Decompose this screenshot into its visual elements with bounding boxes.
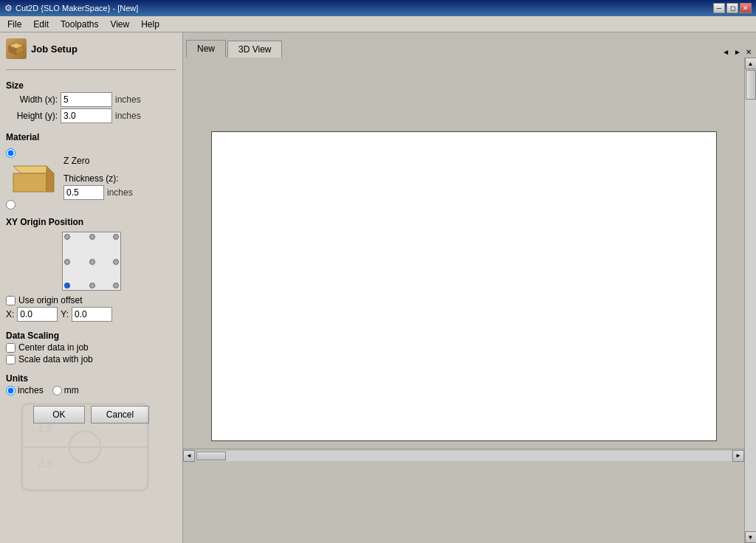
tab-arrow-left[interactable]: ◄ <box>721 46 731 58</box>
x-label: X: <box>6 309 14 319</box>
close-button[interactable]: ✕ <box>740 3 752 13</box>
width-input[interactable] <box>61 92 112 107</box>
svg-marker-6 <box>47 166 54 192</box>
xy-dot-tl[interactable] <box>64 234 70 240</box>
tab-close[interactable]: ✕ <box>744 46 753 58</box>
x-input[interactable] <box>17 307 58 322</box>
tab-new[interactable]: New <box>186 40 226 58</box>
left-panel: Job Setup Size Width (x): inches Height … <box>0 32 183 543</box>
v-scroll-track[interactable] <box>745 69 757 531</box>
h-scroll-right-btn[interactable]: ► <box>732 450 744 462</box>
z-zero-top-row <box>6 148 58 158</box>
data-scaling-section: Data Scaling Center data in job Scale da… <box>6 328 176 366</box>
xy-dot-bc[interactable] <box>89 283 95 288</box>
main-layout: Job Setup Size Width (x): inches Height … <box>0 32 756 543</box>
use-origin-offset-checkbox[interactable] <box>6 296 16 305</box>
center-data-label: Center data in job <box>18 342 89 353</box>
minimize-button[interactable]: ─ <box>713 3 725 13</box>
h-scroll-track[interactable] <box>196 451 732 461</box>
xy-dot-ml[interactable] <box>64 259 70 265</box>
scale-data-checkbox[interactable] <box>6 355 16 364</box>
height-row: Height (y): inches <box>6 108 176 123</box>
origin-inputs-row: X: Y: <box>6 307 176 322</box>
material-title: Material <box>6 132 176 142</box>
z-zero-label: Z Zero <box>63 156 133 166</box>
thickness-input-row: inches <box>63 185 133 200</box>
menu-help[interactable]: Help <box>137 18 164 31</box>
height-label: Height (y): <box>6 111 58 121</box>
canvas-and-scrollbar: ◄ ► ▲ ▼ <box>183 58 756 543</box>
tab-3d-view[interactable]: 3D View <box>227 41 282 58</box>
menu-edit[interactable]: Edit <box>29 18 53 31</box>
xy-dot-center[interactable] <box>89 259 95 265</box>
xy-origin-section: XY Origin Position <box>6 214 176 323</box>
xy-origin-grid[interactable] <box>62 232 121 291</box>
tab-bar: New 3D View ◄ ► ✕ <box>183 32 756 58</box>
height-unit: inches <box>115 111 141 121</box>
xy-dot-mr[interactable] <box>113 259 119 265</box>
menu-view[interactable]: View <box>106 18 134 31</box>
panel-title-row: Job Setup <box>6 38 176 59</box>
thickness-unit: inches <box>107 187 133 198</box>
right-panel: New 3D View ◄ ► ✕ ◄ ► <box>183 32 756 543</box>
separator-1 <box>6 69 176 70</box>
svg-rect-5 <box>13 173 47 192</box>
z-zero-bottom-radio[interactable] <box>6 200 16 210</box>
h-scroll-left-btn[interactable]: ◄ <box>183 450 195 462</box>
bottom-scrollbar-bar: ◄ ► <box>183 449 744 462</box>
restore-button[interactable]: ◻ <box>726 3 738 13</box>
title-bar-buttons: ─ ◻ ✕ <box>713 3 752 13</box>
size-section: Size Width (x): inches Height (y): inche… <box>6 77 176 125</box>
title-bar-left: ⚙ Cut2D {SLO MakerSpace} - [New] <box>4 3 138 13</box>
v-scroll-up-btn[interactable]: ▲ <box>745 58 757 69</box>
units-title: Units <box>6 373 176 384</box>
panel-title: Job Setup <box>31 44 78 55</box>
scale-data-label: Scale data with job <box>18 354 93 364</box>
center-data-checkbox[interactable] <box>6 343 16 353</box>
menu-toolpaths[interactable]: Toolpaths <box>56 18 103 31</box>
xy-dot-tr[interactable] <box>113 234 119 240</box>
v-scroll-down-btn[interactable]: ▼ <box>745 531 757 543</box>
h-scroll-thumb[interactable] <box>196 452 226 460</box>
app-icon: ⚙ <box>4 3 13 13</box>
v-scroll-thumb[interactable] <box>746 70 756 100</box>
tool-background-illustration: 1.5 2.5 <box>4 388 166 506</box>
scale-data-row: Scale data with job <box>6 354 176 364</box>
svg-text:2.5: 2.5 <box>38 457 53 469</box>
xy-origin-title: XY Origin Position <box>6 217 176 227</box>
z-zero-bottom-row <box>6 200 58 210</box>
xy-dot-bl[interactable] <box>64 283 70 288</box>
window-title: Cut2D {SLO MakerSpace} - [New] <box>16 4 138 13</box>
panel-icon <box>6 38 27 59</box>
height-input[interactable] <box>61 108 112 123</box>
center-data-row: Center data in job <box>6 342 176 353</box>
white-canvas <box>211 131 717 441</box>
thickness-label: Thickness (z): <box>63 173 119 184</box>
title-bar: ⚙ Cut2D {SLO MakerSpace} - [New] ─ ◻ ✕ <box>0 0 756 16</box>
material-inner: Z Zero Thickness (z): inches <box>6 147 176 210</box>
use-origin-offset-label: Use origin offset <box>18 295 83 305</box>
canvas-area[interactable] <box>183 58 744 449</box>
menu-bar: File Edit Toolpaths View Help <box>0 16 756 32</box>
xy-dot-br[interactable] <box>113 283 119 288</box>
y-input[interactable] <box>72 307 112 322</box>
use-origin-offset-row: Use origin offset <box>6 295 176 305</box>
svg-text:1.5: 1.5 <box>38 421 53 434</box>
z-zero-top-radio[interactable] <box>6 148 16 158</box>
menu-file[interactable]: File <box>3 18 26 31</box>
canvas-content: ◄ ► <box>183 58 744 543</box>
tab-arrow-right[interactable]: ► <box>732 46 743 58</box>
material-section: Material <box>6 129 176 210</box>
thickness-row: Thickness (z): <box>63 173 133 184</box>
y-label: Y: <box>61 309 69 319</box>
thickness-input[interactable] <box>63 185 104 200</box>
width-unit: inches <box>115 94 141 105</box>
size-title: Size <box>6 80 176 91</box>
width-label: Width (x): <box>6 94 58 105</box>
data-scaling-title: Data Scaling <box>6 331 176 341</box>
width-row: Width (x): inches <box>6 92 176 107</box>
xy-dot-tc[interactable] <box>89 234 95 240</box>
tab-nav-arrows: ◄ ► ✕ <box>721 46 753 58</box>
right-scrollbar: ▲ ▼ <box>744 58 756 543</box>
